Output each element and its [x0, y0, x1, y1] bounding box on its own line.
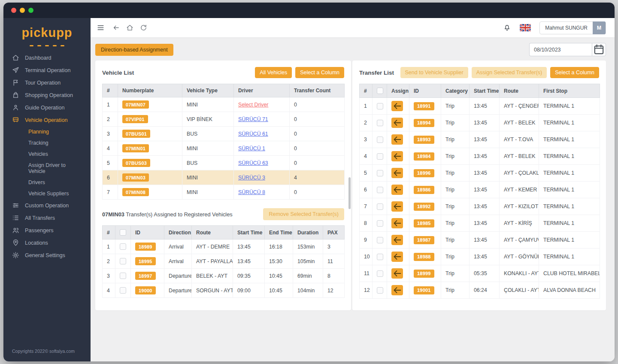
transfer-select-column-button[interactable]: Select a Column: [550, 67, 599, 78]
sidebar-subitem-vehicle-suppliers[interactable]: Vehicle Suppliers: [3, 188, 91, 199]
sidebar-item-locations[interactable]: Locations: [3, 237, 91, 249]
pax-cell: 11: [323, 254, 345, 269]
hamburger-menu-icon[interactable]: [97, 24, 105, 32]
sidebar-item-shopping-operation[interactable]: Shopping Operation: [3, 89, 91, 101]
sidebar-item-general-settings[interactable]: General Settings: [3, 249, 91, 261]
assign-transfer-button[interactable]: [391, 134, 403, 145]
send-to-vehicle-supplier-button[interactable]: Send to Vehicle Supplier: [400, 67, 468, 78]
direction-based-assignment-button[interactable]: Direction-based Assignment: [95, 44, 173, 56]
assign-transfer-button[interactable]: [391, 185, 403, 195]
vehicle-row[interactable]: 4 07MIN01 MINI SÜRÜCÜ 1 0: [103, 141, 345, 156]
sidebar-item-terminal-operation[interactable]: Terminal Operation: [3, 64, 91, 76]
row-checkbox[interactable]: [377, 237, 383, 243]
assign-transfer-button[interactable]: [391, 101, 403, 111]
window-close-button[interactable]: [11, 8, 16, 13]
assign-transfer-button[interactable]: [391, 151, 403, 161]
assign-transfer-button[interactable]: [391, 201, 403, 212]
driver-link[interactable]: SÜRÜCÜ 8: [238, 189, 265, 195]
sidebar-subitem-vehicles[interactable]: Vehicles: [3, 149, 91, 160]
vehicle-row[interactable]: 7 07MIN08 MINI SÜRÜCÜ 8 0: [103, 185, 345, 200]
vehicle-row[interactable]: 6 07MIN03 MINI SÜRÜCÜ 3 4: [103, 170, 345, 185]
language-uk-flag-icon[interactable]: [520, 24, 531, 31]
row-index: 1: [360, 98, 373, 115]
sidebar-item-guide-operation[interactable]: Guide Operation: [3, 101, 91, 114]
assign-transfer-button[interactable]: [391, 268, 403, 279]
sidebar-item-passengers[interactable]: Passengers: [3, 224, 91, 237]
driver-link[interactable]: Select Driver: [238, 102, 268, 108]
row-checkbox[interactable]: [377, 287, 383, 294]
select-all-checkbox[interactable]: [377, 88, 383, 94]
row-checkbox[interactable]: [120, 273, 126, 279]
row-checkbox[interactable]: [377, 136, 383, 143]
transfer-row: 9 18987 Trip 13:45 AYT - ÇAMYUVA TERMINA…: [360, 232, 600, 249]
col-start-time: Start Time: [470, 84, 500, 98]
row-index: 2: [360, 115, 373, 131]
assign-transfer-button[interactable]: [391, 168, 403, 178]
row-checkbox[interactable]: [377, 270, 383, 277]
vehicle-row[interactable]: 1 07MIN07 MINI Select Driver 0: [103, 97, 345, 112]
window-zoom-button[interactable]: [28, 8, 33, 13]
assigned-table-header: # ID Direction Route Start Time End Time…: [103, 226, 345, 240]
row-checkbox[interactable]: [377, 254, 383, 260]
numberplate-badge: 07MIN01: [122, 144, 149, 152]
window-minimize-button[interactable]: [20, 8, 25, 13]
sidebar-item-label: Tour Operation: [25, 80, 61, 86]
sidebar-item-tour-operation[interactable]: Tour Operation: [3, 76, 91, 89]
select-all-checkbox[interactable]: [120, 229, 126, 236]
transfer-count-cell: 0: [290, 112, 345, 127]
category-cell: Trip: [441, 282, 470, 299]
vehicle-row[interactable]: 5 07BUS03 BUS SÜRÜCÜ 63 0: [103, 156, 345, 170]
row-index: 5: [103, 156, 118, 170]
driver-link[interactable]: SÜRÜCÜ 3: [238, 175, 265, 181]
vertical-scrollbar[interactable]: [348, 177, 351, 209]
sidebar-item-dashboard[interactable]: Dashboard: [3, 52, 91, 64]
assign-transfer-button[interactable]: [391, 118, 403, 128]
sidebar-subitem-tracking[interactable]: Tracking: [3, 137, 91, 149]
transfer-count-cell: 0: [290, 156, 345, 170]
user-menu[interactable]: Mahmut SUNGUR M: [539, 21, 606, 34]
sidebar-item-custom-operation[interactable]: Custom Operation: [3, 199, 91, 212]
vehicle-row[interactable]: 2 07VIP01 VIP BİNEK SÜRÜCÜ 71 0: [103, 112, 345, 127]
driver-link[interactable]: SÜRÜCÜ 61: [238, 131, 268, 137]
sidebar-subitem-assign-driver-to-vehicle[interactable]: Assign Driver to Vehicle: [3, 160, 91, 177]
row-checkbox[interactable]: [377, 203, 383, 210]
all-vehicles-button[interactable]: All Vehicles: [255, 67, 292, 78]
driver-link[interactable]: SÜRÜCÜ 1: [238, 146, 265, 152]
row-checkbox[interactable]: [377, 120, 383, 126]
home-icon[interactable]: [126, 24, 133, 31]
refresh-icon[interactable]: [140, 24, 147, 31]
row-checkbox[interactable]: [377, 187, 383, 193]
row-checkbox[interactable]: [120, 258, 126, 264]
row-checkbox[interactable]: [377, 153, 383, 160]
row-checkbox[interactable]: [120, 287, 126, 294]
row-checkbox[interactable]: [377, 103, 383, 109]
vehicle-type-cell: MINI: [182, 97, 234, 112]
assign-transfer-button[interactable]: [391, 285, 403, 295]
transfer-row: 7 18992 Trip 13:45 AYT - KIZILOT TERMINA…: [360, 198, 600, 215]
sidebar-item-vehicle-operation[interactable]: Vehicle Operation: [3, 114, 91, 126]
sidebar-subitem-planning[interactable]: Planning: [3, 126, 91, 137]
driver-link[interactable]: SÜRÜCÜ 71: [238, 116, 268, 122]
notifications-bell-icon[interactable]: [503, 24, 511, 32]
assign-transfer-button[interactable]: [391, 252, 403, 262]
back-icon[interactable]: [112, 24, 120, 31]
date-input[interactable]: [529, 43, 592, 56]
col-route: Route: [192, 226, 233, 240]
terminal-icon: [12, 67, 19, 74]
row-checkbox[interactable]: [377, 170, 383, 176]
sidebar-subitem-drivers[interactable]: Drivers: [3, 177, 91, 188]
row-checkbox[interactable]: [377, 220, 383, 227]
vehicle-select-column-button[interactable]: Select a Column: [295, 67, 344, 78]
assigned-transfers-table: # ID Direction Route Start Time End Time…: [102, 225, 345, 298]
sidebar-item-all-transfers[interactable]: All Transfers: [3, 212, 91, 224]
assign-transfer-button[interactable]: [391, 235, 403, 245]
sidebar-item-label: Locations: [25, 240, 48, 246]
assign-transfer-button[interactable]: [391, 218, 403, 228]
vehicle-row[interactable]: 3 07BUS01 BUS SÜRÜCÜ 61 0: [103, 127, 345, 141]
calendar-icon[interactable]: [592, 43, 606, 56]
row-checkbox[interactable]: [120, 243, 126, 250]
driver-link[interactable]: SÜRÜCÜ 63: [238, 160, 268, 166]
transfer-id-badge: 18999: [414, 270, 434, 278]
assign-selected-transfers-button[interactable]: Assign Selected Transfer(s): [472, 67, 547, 78]
remove-selected-transfers-button[interactable]: Remove Selected Transfer(s): [263, 208, 344, 220]
